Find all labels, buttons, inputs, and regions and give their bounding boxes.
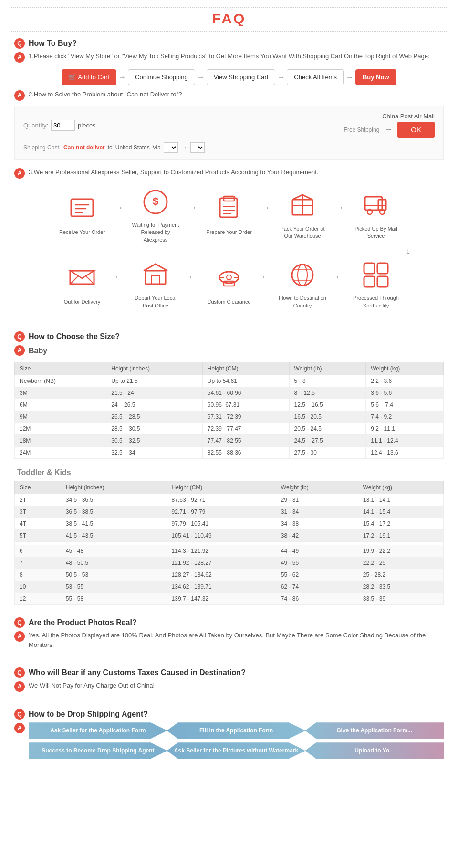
table-row: 24M32.5 – 3482.55 - 88.3627.5 - 3012.4 -…: [15, 446, 444, 458]
table-row: 3T36.5 - 38.592.71 - 97.7931 - 3414.1 - …: [15, 506, 444, 518]
table-cell: 10: [15, 581, 61, 593]
pickup-icon: [359, 189, 393, 222]
check-all-items-button[interactable]: Check All Items: [287, 69, 344, 85]
table-row: 1053 - 55134.62 - 139.7162 - 7428.2 - 33…: [15, 581, 444, 593]
table-cell: 139.7 - 147.32: [167, 593, 276, 604]
svg-point-27: [227, 275, 231, 280]
section-photos: Q Are the Product Photos Real? A Yes. Al…: [0, 613, 458, 663]
table-cell: 67.31 - 72.39: [202, 411, 289, 423]
mail-service-label: China Post Air Mail: [344, 113, 435, 120]
flow-arrow-r1: ←: [114, 271, 124, 296]
shipping-cost-label: Shipping Cost:: [23, 144, 61, 151]
shipping-option-dropdown[interactable]: [190, 142, 205, 153]
table-cell: 4T: [15, 518, 61, 529]
flow-arrow-r2: ←: [187, 271, 197, 296]
flow-label-pack: Pack Your Order at Our Warehouse: [279, 225, 326, 240]
flow-item-customs: Custom Clearance: [198, 262, 260, 306]
table-cell: 38.5 - 41.5: [61, 518, 167, 529]
table-cell: 34.5 - 36.5: [61, 494, 167, 506]
table-cell: 7: [15, 557, 61, 569]
pack-icon: [286, 189, 319, 222]
question-drop-shipping: Q How to be Drop Shipping Agent?: [14, 709, 444, 720]
add-to-cart-button[interactable]: 🛒 🛒 Add to CartAdd to Cart: [62, 69, 116, 85]
payment-icon: $: [139, 185, 172, 219]
table-row: 5T41.5 - 43.5105.41 - 110.4938 - 4217.2 …: [15, 529, 444, 541]
table-row: 18M30.5 – 32.577.47 - 82.5524.5 – 27.511…: [15, 434, 444, 446]
question-size: Q How to Choose the Size?: [14, 331, 444, 342]
flow-label-prepare: Prepare Your Order: [206, 229, 251, 236]
table-cell: 32.5 – 34: [106, 446, 203, 458]
pieces-label: pieces: [78, 122, 96, 129]
shipping-row2: Shipping Cost: Can not deliver to United…: [23, 142, 435, 153]
flow-arrow-r3: ←: [261, 271, 271, 296]
faq-header: FAQ: [0, 0, 458, 33]
drop-step-3: Give the Application Form...: [305, 722, 444, 739]
baby-size-table: Size Height (inches) Height (CM) Weight …: [14, 362, 444, 459]
arrow-1: →: [118, 73, 126, 82]
table-cell: 12: [15, 593, 61, 604]
answer-customs-text: We Will Not Pay for Any Charge Out of Ch…: [29, 681, 155, 691]
table-cell: 34 - 38: [276, 518, 358, 529]
table-cell: 30.5 – 32.5: [106, 434, 203, 446]
baby-col-weight-lb: Weight (lb): [289, 362, 366, 375]
shipping-method-dropdown[interactable]: [164, 142, 178, 153]
via-label: Via: [153, 144, 161, 151]
flow-label-delivery: Out for Delivery: [64, 298, 100, 306]
table-cell: 5T: [15, 529, 61, 541]
section-how-to-buy: Q How To Buy? A 1.Please click "View My …: [0, 33, 458, 327]
drop-step-4: Success to Become Drop Shipping Agent: [29, 742, 167, 759]
question-drop-text: How to be Drop Shipping Agent?: [29, 710, 148, 719]
table-cell: 27.5 - 30: [289, 446, 366, 458]
table-cell: 31 - 34: [276, 506, 358, 518]
table-cell: 8 – 12.5: [289, 387, 366, 399]
arrow-4: →: [346, 73, 354, 82]
table-cell: 12M: [15, 423, 106, 434]
table-cell: 26.5 – 28.5: [106, 411, 203, 423]
table-cell: 72.39 - 77.47: [202, 423, 289, 434]
table-row: 645 - 48114.3 - 121.9244 - 4919.9 - 22.2: [15, 545, 444, 557]
category-toddler: Toddler & Kids: [14, 468, 444, 477]
free-shipping-label: Free Shipping: [344, 127, 380, 133]
table-cell: 7.4 - 9.2: [366, 411, 444, 423]
buy-now-button[interactable]: Buy Now: [355, 69, 396, 85]
kids-col-height-in: Height (inches): [61, 481, 167, 494]
to-label: to: [108, 144, 113, 151]
delivery-icon: [65, 262, 99, 296]
view-shopping-cart-button[interactable]: View Shopping Cart: [207, 69, 276, 85]
table-cell: 24.5 – 27.5: [289, 434, 366, 446]
table-spacer-row: [15, 541, 444, 545]
section-drop-shipping: Q How to be Drop Shipping Agent? A Ask S…: [0, 704, 458, 771]
kids-col-weight-lb: Weight (lb): [276, 481, 358, 494]
question-customs-text: Who will Bear if any Customs Taxes Cause…: [29, 668, 246, 677]
question-photos-text: Are the Product Photos Real?: [29, 618, 137, 627]
svg-rect-38: [377, 276, 388, 287]
table-row: 3M21.5 - 2454.61 - 60.968 – 12.53.6 - 5.…: [15, 387, 444, 399]
table-cell: 17.2 - 19.1: [358, 529, 443, 541]
table-cell: 9.2 - 11.1: [366, 423, 444, 434]
cannot-deliver-text: Can not deliver: [63, 144, 105, 151]
continue-shopping-button[interactable]: Continue Shopping: [128, 69, 195, 85]
svg-rect-23: [146, 271, 166, 284]
category-baby: Baby: [29, 345, 47, 357]
table-row: 4T38.5 - 41.597.79 - 105.4134 - 3815.4 -…: [15, 518, 444, 529]
arrow-3: →: [277, 73, 285, 82]
quantity-input[interactable]: [51, 120, 75, 131]
table-cell: 44 - 49: [276, 545, 358, 557]
table-cell: 2T: [15, 494, 61, 506]
a-icon-3: A: [14, 168, 25, 179]
flow-arrow-4: →: [334, 202, 344, 227]
flow-label-customs: Custom Clearance: [207, 298, 250, 306]
shipping-problem-box: Quantity: pieces China Post Air Mail Fre…: [14, 106, 444, 160]
svg-marker-20: [70, 271, 94, 278]
table-cell: 18M: [15, 434, 106, 446]
ok-button[interactable]: OK: [397, 122, 435, 138]
table-row: 850.5 - 53128.27 - 134.6255 - 6225 - 28.…: [15, 569, 444, 581]
flight-icon: [286, 258, 319, 292]
kids-col-height-cm: Height (CM): [167, 481, 276, 494]
shipping-arrow: →: [384, 125, 393, 135]
a-icon-2: A: [14, 90, 25, 101]
table-cell: 3T: [15, 506, 61, 518]
a-icon-customs-tax: A: [14, 681, 25, 692]
drop-step-1: Ask Seller for the Application Form: [29, 722, 167, 739]
flow-arrow-3: →: [261, 202, 271, 227]
